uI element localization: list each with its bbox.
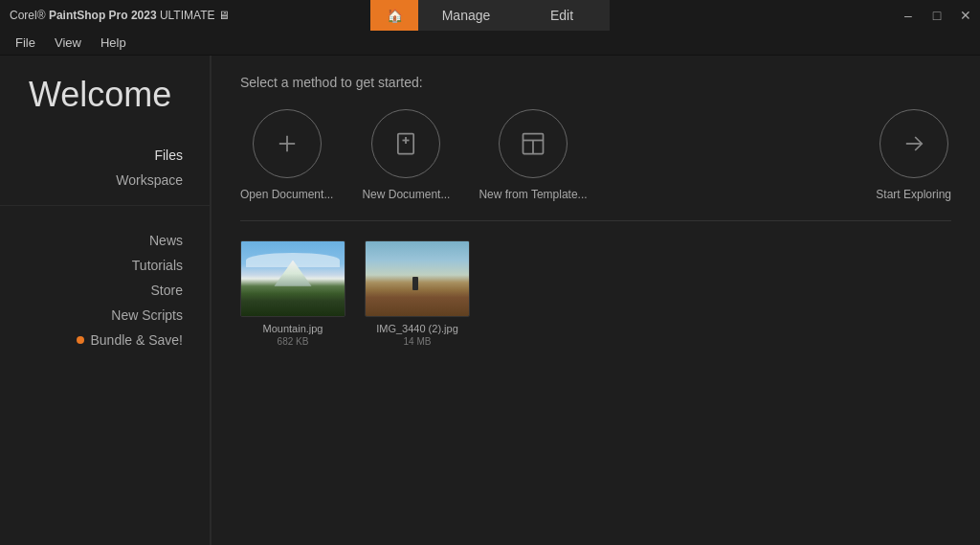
- content-area: Select a method to get started: Open Doc…: [212, 56, 980, 545]
- new-template-button[interactable]: New from Template...: [479, 109, 587, 201]
- template-icon: [520, 130, 546, 157]
- sidebar-item-news[interactable]: News: [0, 229, 190, 252]
- sidebar-item-workspace[interactable]: Workspace: [0, 169, 190, 192]
- sidebar-item-store[interactable]: Store: [0, 279, 190, 302]
- menu-help[interactable]: Help: [93, 34, 134, 52]
- maximize-button[interactable]: □: [923, 0, 951, 31]
- sidebar-nav-bottom: News Tutorials Store New Scripts Bundle …: [0, 229, 210, 352]
- start-exploring-circle: [880, 109, 948, 178]
- new-template-circle: [499, 109, 568, 178]
- titlebar-nav: 🏠 Manage Edit: [370, 0, 610, 31]
- select-method-label: Select a method to get started:: [240, 75, 951, 90]
- sidebar: Welcome Files Workspace News Tutorials S…: [0, 56, 211, 545]
- titlebar-left: Corel® PaintShop Pro 2023 ULTIMATE 🖥: [0, 9, 230, 22]
- home-nav-button[interactable]: 🏠: [370, 0, 418, 31]
- edit-nav-button[interactable]: Edit: [514, 0, 610, 31]
- sidebar-item-files[interactable]: Files: [0, 144, 190, 167]
- img3440-thumbnail: [365, 240, 470, 317]
- bundle-dot: [77, 336, 84, 344]
- new-template-label: New from Template...: [479, 188, 587, 201]
- welcome-title: Welcome: [0, 75, 210, 134]
- start-exploring-button[interactable]: Start Exploring: [876, 109, 951, 201]
- img3440-filename: IMG_3440 (2).jpg: [376, 323, 458, 334]
- titlebar-controls: – □ ✕: [894, 0, 980, 31]
- separator-line: [240, 220, 951, 221]
- app-brand: Corel®: [10, 9, 46, 22]
- menu-view[interactable]: View: [47, 34, 89, 52]
- mountain-filesize: 682 KB: [278, 336, 309, 347]
- app-edition: ULTIMATE 🖥: [157, 9, 230, 22]
- new-document-button[interactable]: New Document...: [362, 109, 450, 201]
- recent-files-section: Mountain.jpg 682 KB IMG_3440 (2).jpg 14 …: [240, 240, 951, 347]
- file-thumb-img3440[interactable]: IMG_3440 (2).jpg 14 MB: [365, 240, 470, 347]
- sidebar-nav-top: Files Workspace: [0, 144, 210, 192]
- manage-nav-button[interactable]: Manage: [418, 0, 514, 31]
- open-document-button[interactable]: Open Document...: [240, 109, 333, 201]
- action-buttons-row: Open Document... New Document...: [240, 109, 951, 201]
- minimize-button[interactable]: –: [894, 0, 923, 31]
- close-button[interactable]: ✕: [951, 0, 980, 31]
- sidebar-item-new-scripts[interactable]: New Scripts: [0, 304, 190, 327]
- new-doc-icon: [392, 130, 419, 157]
- menubar: File View Help: [0, 31, 980, 56]
- plus-icon: [274, 130, 301, 157]
- app-name: PaintShop Pro 2023: [46, 9, 157, 22]
- file-thumb-mountain[interactable]: Mountain.jpg 682 KB: [240, 240, 345, 347]
- mountain-filename: Mountain.jpg: [263, 323, 323, 334]
- main-layout: Welcome Files Workspace News Tutorials S…: [0, 56, 980, 545]
- menu-file[interactable]: File: [8, 34, 43, 52]
- field-image: [366, 241, 469, 316]
- open-document-circle: [253, 109, 322, 178]
- sidebar-item-tutorials[interactable]: Tutorials: [0, 254, 190, 277]
- mountain-thumbnail: [240, 240, 345, 317]
- field-figure: [412, 277, 418, 290]
- sidebar-divider: [0, 205, 210, 206]
- mountain-image: [241, 241, 345, 316]
- new-document-circle: [371, 109, 440, 178]
- open-document-label: Open Document...: [240, 188, 333, 201]
- sidebar-item-bundle[interactable]: Bundle & Save!: [0, 329, 190, 352]
- arrow-right-icon: [901, 130, 927, 157]
- img3440-filesize: 14 MB: [404, 336, 432, 347]
- start-exploring-label: Start Exploring: [876, 188, 951, 201]
- new-document-label: New Document...: [362, 188, 450, 201]
- titlebar: Corel® PaintShop Pro 2023 ULTIMATE 🖥 🏠 M…: [0, 0, 980, 31]
